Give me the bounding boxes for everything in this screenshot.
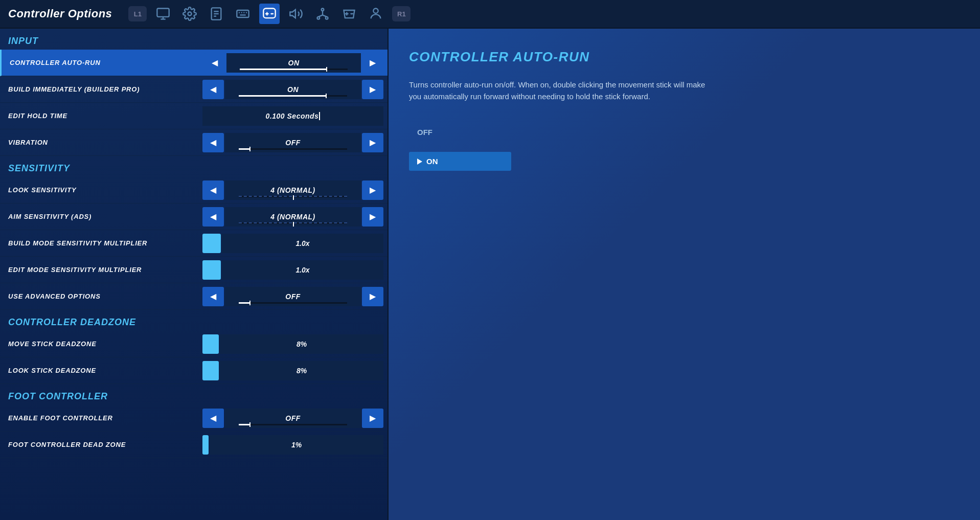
svg-point-21 <box>374 9 378 13</box>
enable-foot-controller-row[interactable]: ENABLE FOOT CONTROLLER ◀ OFF ▶ <box>0 405 388 432</box>
edit-hold-time-row[interactable]: EDIT HOLD TIME 0.100 Seconds <box>0 103 388 129</box>
enable-foot-controller-value: OFF <box>225 409 361 428</box>
document-icon[interactable] <box>206 4 226 24</box>
use-advanced-options-value: OFF <box>225 287 361 306</box>
gamepad2-icon[interactable] <box>339 4 359 24</box>
look-stick-deadzone-row[interactable]: LOOK STICK DEADZONE 8% <box>0 357 388 384</box>
use-advanced-options-slider <box>239 302 348 304</box>
build-mode-sensitivity-row[interactable]: BUILD MODE SENSITIVITY MULTIPLIER 1.0x <box>0 230 388 257</box>
controller-auto-run-label: CONTROLLER AUTO-RUN <box>10 59 204 66</box>
use-advanced-options-right[interactable]: ▶ <box>362 287 383 306</box>
build-mode-sensitivity-label: BUILD MODE SENSITIVITY MULTIPLIER <box>8 239 202 247</box>
option-on-bullet <box>417 159 422 165</box>
use-advanced-options-control: ◀ OFF ▶ <box>202 287 383 306</box>
move-stick-deadzone-text: 8% <box>297 340 307 348</box>
controller-auto-run-left[interactable]: ◀ <box>204 53 225 73</box>
use-advanced-options-row[interactable]: USE ADVANCED OPTIONS ◀ OFF ▶ <box>0 283 388 310</box>
person-icon[interactable] <box>366 4 386 24</box>
build-mode-sensitivity-value: 1.0x <box>222 234 383 253</box>
look-stick-deadzone-text: 8% <box>297 367 307 375</box>
detail-description: Turns controller auto-run on/off. When o… <box>409 79 716 102</box>
vibration-row[interactable]: VIBRATION ◀ OFF ▶ <box>0 129 388 156</box>
speaker-icon[interactable] <box>286 4 306 24</box>
vibration-label: VIBRATION <box>8 139 202 146</box>
option-off[interactable]: OFF <box>409 123 511 142</box>
aim-sensitivity-right[interactable]: ▶ <box>362 207 383 227</box>
vibration-right[interactable]: ▶ <box>362 133 383 152</box>
build-mode-sensitivity-slider-container: 1.0x <box>202 234 383 253</box>
build-immediately-row[interactable]: BUILD IMMEDIATELY (BUILDER PRO) ◀ ON ▶ <box>0 76 388 103</box>
r1-badge[interactable]: R1 <box>392 6 411 21</box>
network-icon[interactable] <box>312 4 333 24</box>
cursor <box>319 112 320 120</box>
section-input-header: INPUT <box>0 29 388 50</box>
edit-hold-time-text: 0.100 Seconds <box>266 112 319 120</box>
look-stick-deadzone-label: LOOK STICK DEADZONE <box>8 367 202 374</box>
use-advanced-options-label: USE ADVANCED OPTIONS <box>8 292 202 300</box>
move-stick-deadzone-thumb <box>202 334 219 354</box>
enable-foot-controller-control: ◀ OFF ▶ <box>202 409 383 428</box>
aim-sensitivity-row[interactable]: AIM SENSITIVITY (ADS) ◀ 4 (NORMAL) ▶ <box>0 204 388 230</box>
edit-mode-sensitivity-row[interactable]: EDIT MODE SENSITIVITY MULTIPLIER 1.0x <box>0 257 388 283</box>
edit-mode-sensitivity-value: 1.0x <box>222 260 383 280</box>
svg-rect-8 <box>237 10 249 17</box>
gear-icon[interactable] <box>179 4 200 24</box>
keyboard-icon[interactable] <box>233 4 253 24</box>
look-sensitivity-text: 4 (NORMAL) <box>270 186 315 194</box>
build-mode-sensitivity-text: 1.0x <box>295 239 309 247</box>
aim-sensitivity-value: 4 (NORMAL) <box>225 207 361 227</box>
vibration-left[interactable]: ◀ <box>202 133 224 152</box>
monitor-icon[interactable] <box>153 4 173 24</box>
controller-auto-run-value: ON <box>226 53 361 73</box>
svg-marker-14 <box>290 10 296 18</box>
controller-icon-active[interactable] <box>259 4 280 24</box>
aim-sensitivity-left[interactable]: ◀ <box>202 207 224 227</box>
move-stick-deadzone-control: 8% <box>202 334 383 354</box>
enable-foot-controller-text: OFF <box>285 414 301 422</box>
svg-rect-0 <box>157 9 169 17</box>
vibration-text: OFF <box>285 139 301 147</box>
edit-mode-sensitivity-text: 1.0x <box>295 266 309 274</box>
look-sensitivity-right[interactable]: ▶ <box>362 180 383 200</box>
top-bar: Controller Options L1 R1 <box>0 0 980 29</box>
build-immediately-value: ON <box>225 80 361 99</box>
edit-mode-sensitivity-label: EDIT MODE SENSITIVITY MULTIPLIER <box>8 266 202 274</box>
left-panel: INPUT CONTROLLER AUTO-RUN ◀ ON ▶ BUILD I… <box>0 29 389 520</box>
foot-controller-dead-zone-slider-container: 1% <box>202 435 383 455</box>
controller-auto-run-text: ON <box>288 59 300 67</box>
build-immediately-left[interactable]: ◀ <box>202 80 224 99</box>
enable-foot-controller-right[interactable]: ▶ <box>362 409 383 428</box>
vibration-slider <box>239 148 348 150</box>
enable-foot-controller-slider <box>239 424 348 425</box>
main-container: INPUT CONTROLLER AUTO-RUN ◀ ON ▶ BUILD I… <box>0 29 980 520</box>
use-advanced-options-left[interactable]: ◀ <box>202 287 224 306</box>
aim-sensitivity-control: ◀ 4 (NORMAL) ▶ <box>202 207 383 227</box>
controller-auto-run-control: ◀ ON ▶ <box>204 53 383 73</box>
edit-mode-sensitivity-thumb <box>202 260 221 280</box>
move-stick-deadzone-label: MOVE STICK DEADZONE <box>8 340 202 348</box>
look-sensitivity-left[interactable]: ◀ <box>202 180 224 200</box>
option-on[interactable]: ON <box>409 152 511 171</box>
build-immediately-slider <box>239 95 348 97</box>
move-stick-deadzone-row[interactable]: MOVE STICK DEADZONE 8% <box>0 331 388 357</box>
foot-controller-dead-zone-text: 1% <box>291 441 302 449</box>
aim-sensitivity-text: 4 (NORMAL) <box>270 213 315 221</box>
svg-point-17 <box>326 17 328 19</box>
enable-foot-controller-left[interactable]: ◀ <box>202 409 224 428</box>
look-sensitivity-label: LOOK SENSITIVITY <box>8 186 202 194</box>
edit-hold-time-value[interactable]: 0.100 Seconds <box>202 106 383 126</box>
l1-badge[interactable]: L1 <box>128 6 147 21</box>
svg-point-15 <box>322 9 324 11</box>
look-sensitivity-row[interactable]: LOOK SENSITIVITY ◀ 4 (NORMAL) ▶ <box>0 177 388 204</box>
controller-auto-run-right[interactable]: ▶ <box>362 53 383 73</box>
svg-line-20 <box>323 15 327 17</box>
app-title: Controller Options <box>8 7 112 20</box>
edit-mode-sensitivity-control: 1.0x <box>202 260 383 280</box>
aim-sensitivity-label: AIM SENSITIVITY (ADS) <box>8 213 202 220</box>
foot-controller-dead-zone-row[interactable]: FOOT CONTROLLER DEAD ZONE 1% <box>0 432 388 458</box>
build-immediately-label: BUILD IMMEDIATELY (BUILDER PRO) <box>8 85 202 93</box>
svg-point-3 <box>188 12 192 16</box>
build-immediately-right[interactable]: ▶ <box>362 80 383 99</box>
build-mode-sensitivity-control: 1.0x <box>202 234 383 253</box>
controller-auto-run-row[interactable]: CONTROLLER AUTO-RUN ◀ ON ▶ <box>0 50 388 76</box>
